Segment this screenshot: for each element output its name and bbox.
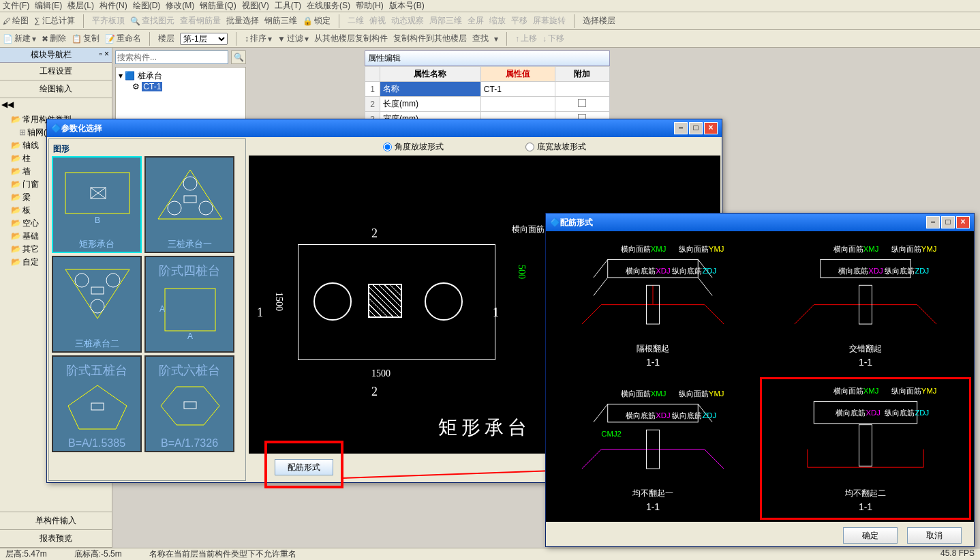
tb-new[interactable]: 📄 新建 ▾ [3,33,36,44]
svg-point-7 [168,201,181,215]
shape-list-panel: 图形 B 矩形承台 三桩承台一 三桩承台二 阶式四桩台 AA [48,138,246,481]
shape-step-4pile[interactable]: 阶式四桩台 AA [144,256,234,353]
menu-tools[interactable]: 工具(T) [275,0,301,12]
shape-3pile-1[interactable]: 三桩承台一 [144,156,234,253]
rebar-dialog-titlebar[interactable]: 🔷 配筋形式 – □ × [546,213,974,231]
property-table[interactable]: 属性名称 属性值 附加 1 名称 CT-1 2 长度(mm) 3 [365,66,610,127]
menu-rebar[interactable]: 钢筋量(Q) [200,0,236,12]
menu-floor[interactable]: 楼层(L) [67,0,94,12]
close-button[interactable]: × [704,122,718,134]
menu-draw[interactable]: 绘图(D) [133,0,161,12]
menu-online[interactable]: 在线服务(S) [307,0,350,12]
param-dialog-titlebar[interactable]: 🔷 参数化选择 – □ × [47,119,722,137]
prop-row-2[interactable]: 2 长度(mm) [365,97,610,112]
shape-step-5pile[interactable]: 阶式五桩台 B=A/1.5385 [52,355,142,452]
menu-help[interactable]: 帮助(H) [356,0,384,12]
radio-width-slope[interactable]: 底宽放坡形式 [525,141,586,153]
tb-rename[interactable]: 📝 重命名 [105,33,141,44]
svg-line-27 [594,278,608,296]
tb-batch-select[interactable]: 批量选择 [226,15,259,27]
tb-top-view[interactable]: 俯视 [369,15,386,27]
tb-floor-label: 楼层 [158,33,174,44]
nav-bottom-single[interactable]: 单构件输入 [0,512,112,530]
svg-line-41 [594,404,608,422]
tb-select-floor[interactable]: 选择楼层 [583,15,615,27]
close-button[interactable]: × [956,216,970,229]
prop-row-1[interactable]: 1 名称 CT-1 [365,82,610,97]
nav-section-project[interactable]: 工程设置 [0,63,112,80]
tb-2d[interactable]: 二维 [348,15,364,27]
svg-marker-20 [161,387,219,425]
nav-section-draw[interactable]: 绘图输入 [0,80,112,98]
prop-hdr-extra: 附加 [555,67,609,82]
rebar-form-button[interactable]: 配筋形式 [275,459,333,475]
ok-button[interactable]: 确定 [843,527,898,544]
tb-fullscreen[interactable]: 全屏 [468,15,484,27]
tb-align[interactable]: 平齐板顶 [92,15,125,27]
svg-text:纵向面筋YMJ: 纵向面筋YMJ [891,245,937,253]
svg-rect-14 [91,287,104,294]
nav-back-icon[interactable]: ◀◀ [1,100,14,109]
svg-text:纵向面筋YMJ: 纵向面筋YMJ [891,387,937,395]
menubar: 文件(F) 编辑(E) 楼层(L) 构件(N) 绘图(D) 修改(M) 钢筋量(… [0,0,980,12]
tb-filter[interactable]: ▼ 过滤 ▾ [277,33,309,44]
tb-up[interactable]: ↑ 上移 [515,33,537,44]
menu-modify[interactable]: 修改(M) [166,0,194,12]
shape-3pile-2[interactable]: 三桩承台二 [52,256,142,353]
tb-draw[interactable]: 🖊 绘图 [3,15,29,27]
menu-file[interactable]: 文件(F) [3,0,29,12]
tb-floor-select[interactable]: 第-1层 [180,33,228,45]
minimize-button[interactable]: – [674,122,688,134]
menu-component[interactable]: 构件(N) [99,0,127,12]
rebar-dialog-title: 配筋形式 [560,217,593,229]
rebar-card-4[interactable]: 横向面筋XMJ 纵向面筋YMJ 横向底筋XDJ 纵向底筋ZDJ 均不翻起二1-1 [760,377,971,520]
status-fps: 45.8 FPS [940,548,975,560]
tb-sort[interactable]: ↕ 排序 ▾ [245,33,272,44]
search-input[interactable] [115,50,228,64]
menu-view[interactable]: 视图(V) [242,0,269,12]
maximize-button[interactable]: □ [941,216,955,229]
radio-angle-slope[interactable]: 角度放坡形式 [383,141,444,153]
minimize-button[interactable]: – [926,216,940,229]
tb-find[interactable]: 查找 [472,33,489,44]
status-height: 层高:5.47m [5,548,47,560]
menu-version[interactable]: 版本号(B) [389,0,425,12]
tb-orbit[interactable]: 动态观察 [391,15,424,27]
svg-text:纵向面筋YMJ: 纵向面筋YMJ [679,389,724,398]
maximize-button[interactable]: □ [689,122,703,134]
tb-rotate[interactable]: 屏幕旋转 [533,15,566,27]
tb-find-elem[interactable]: 🔍 查找图元 [130,15,174,27]
tb-copy-from[interactable]: 从其他楼层复制构件 [314,33,388,44]
tb-zoom[interactable]: 缩放 [489,15,506,27]
rebar-card-3[interactable]: 横向面筋XMJ 纵向面筋YMJ 横向底筋XDJ 纵向底筋ZDJ CMJ2 均不翻… [547,377,759,520]
svg-rect-15 [165,289,215,331]
tb-lock[interactable]: 🔒 锁定 [303,15,331,27]
nav-bottom-report[interactable]: 报表预览 [0,530,112,548]
menu-edit[interactable]: 编辑(E) [35,0,62,12]
svg-text:横向底筋XDJ: 横向底筋XDJ [626,267,670,275]
checkbox-icon[interactable] [578,99,586,107]
statusbar: 层高:5.47m 底标高:-5.5m 名称在当前层当前构件类型下不允许重名 45… [0,548,980,560]
search-button[interactable]: 🔍 [231,50,246,64]
tb-sum[interactable]: ∑ 汇总计算 [34,15,75,27]
svg-text:横向面筋XMJ: 横向面筋XMJ [621,389,667,398]
app-icon: 🔷 [51,123,61,133]
tb-local-3d[interactable]: 局部三维 [429,15,462,27]
svg-text:A: A [187,331,193,340]
tb-pan[interactable]: 平移 [511,15,527,27]
shape-step-6pile[interactable]: 阶式六桩台 B=A/1.7326 [144,355,234,452]
tb-rebar-3d[interactable]: 钢筋三维 [264,15,297,27]
rebar-card-2[interactable]: 横向面筋XMJ 纵向面筋YMJ 横向底筋XDJ 纵向底筋ZDJ 交错翻起1-1 [760,233,971,375]
cancel-button[interactable]: 取消 [907,527,962,544]
tb-delete[interactable]: ✖ 删除 [42,33,66,44]
tb-copy[interactable]: 📋 复制 [72,33,99,44]
status-elev: 底标高:-5.5m [74,548,122,560]
rebar-card-1[interactable]: 横向面筋XMJ 纵向面筋YMJ 横向底筋XDJ 纵向底筋ZDJ 隔根翻起1-1 [547,233,759,375]
status-msg: 名称在当前层当前构件类型下不允许重名 [149,548,913,560]
app-icon: 🔷 [550,218,560,227]
tb-view-rebar[interactable]: 查看钢筋量 [180,15,221,27]
svg-text:纵向底筋ZDJ: 纵向底筋ZDJ [885,267,929,275]
shape-rect-cap[interactable]: B 矩形承台 [52,156,142,253]
tb-down[interactable]: ↓ 下移 [542,33,564,44]
tb-copy-to[interactable]: 复制构件到其他楼层 [393,33,467,44]
